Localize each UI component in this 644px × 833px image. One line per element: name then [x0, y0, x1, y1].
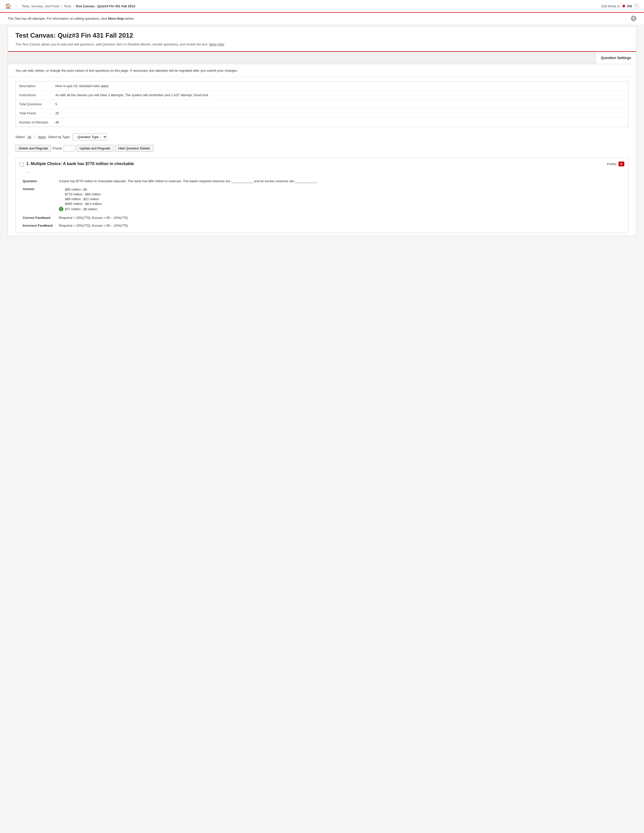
- breadcrumb-item-current: Test Canvas : Quiz#3 Fin 431 Fall 2012: [76, 4, 135, 8]
- breadcrumb: Tests, Surveys, and Pools › Tests › Test…: [22, 4, 135, 8]
- info-bar-close-button[interactable]: ✕: [631, 16, 636, 21]
- list-item: $685 million ; $8.5 million: [59, 201, 621, 206]
- info-bar-text: This Test has 46 attempts. For informati…: [8, 17, 134, 21]
- question-row: Question A bank has $770 million in chec…: [20, 177, 624, 185]
- table-value: 46: [52, 118, 629, 127]
- question-field-value: A bank has $770 million in checkable dep…: [56, 177, 624, 185]
- header-divider: [16, 3, 17, 10]
- breadcrumb-item-tests-surveys[interactable]: Tests, Surveys, and Pools: [22, 4, 60, 8]
- table-label: Number of Attempts: [16, 118, 52, 127]
- table-value: Here is quiz #3; standard rules apply: [52, 82, 629, 91]
- select-separator: |: [34, 135, 35, 139]
- question-field-label: Question: [20, 177, 56, 185]
- incorrect-feedback-value: Required = 10%(770); Excess = 85 – 10%(7…: [56, 222, 624, 230]
- header: 🏠 Tests, Surveys, and Pools › Tests › Te…: [0, 0, 644, 13]
- table-label: Instructions: [16, 91, 52, 100]
- select-none-link[interactable]: None: [38, 135, 46, 139]
- table-row: Total Points 25: [16, 109, 629, 118]
- question-block: 1. Multiple Choice: A bank has $770 mill…: [15, 158, 629, 233]
- points-badge-label: Points:: [607, 162, 617, 166]
- answer-list: $85 million ; $0 $770 million ; $85 mill…: [59, 187, 621, 212]
- main-container: Test Canvas: Quiz#3 Fin 431 Fall 2012 Th…: [8, 26, 636, 236]
- incorrect-feedback-label: Incorrect Feedback: [20, 222, 56, 230]
- points-badge: Points: 5: [607, 162, 624, 166]
- points-input[interactable]: [64, 145, 75, 151]
- correct-feedback-value: Required = 10%(770); Excess = 85 – 10%(7…: [56, 214, 624, 222]
- hide-question-details-button[interactable]: Hide Question Details: [115, 145, 153, 152]
- table-row: Instructions As with all the classes you…: [16, 91, 629, 100]
- canvas-header: Test Canvas: Quiz#3 Fin 431 Fall 2012 Th…: [8, 26, 636, 51]
- question-ellipsis: ...: [26, 169, 624, 174]
- question-header: 1. Multiple Choice: A bank has $770 mill…: [20, 162, 624, 167]
- select-label: Select:: [15, 135, 26, 139]
- more-help-link[interactable]: More Help: [209, 42, 224, 46]
- edit-mode-dot: [623, 5, 625, 7]
- points-label: Points: [53, 146, 62, 150]
- question-settings-bar: Question Settings: [8, 51, 636, 64]
- correct-feedback-label: Correct Feedback: [20, 214, 56, 222]
- list-item: ✓ $77 million ; $8 million: [59, 206, 621, 212]
- list-item: $89 million ; $21 million: [59, 197, 621, 201]
- table-value: 5: [52, 100, 629, 109]
- update-regrade-button[interactable]: Update and Regrade: [77, 145, 114, 152]
- breadcrumb-separator: ›: [61, 4, 62, 8]
- list-item: $770 million ; $85 million: [59, 192, 621, 197]
- notice-text: You can edit, delete, or change the poin…: [8, 64, 636, 77]
- question-title: 1. Multiple Choice: A bank has $770 mill…: [26, 162, 134, 166]
- breadcrumb-item-tests[interactable]: Tests: [64, 4, 71, 8]
- list-item: $85 million ; $0: [59, 187, 621, 192]
- info-table: Description Here is quiz #3; standard ru…: [15, 81, 629, 127]
- table-row: Description Here is quiz #3; standard ru…: [16, 82, 629, 91]
- question-left: 1. Multiple Choice: A bank has $770 mill…: [20, 162, 134, 167]
- qs-bar-left: [8, 52, 596, 64]
- breadcrumb-separator: ›: [73, 4, 74, 8]
- controls-row: Select: All | None Select by Type: - Que…: [8, 131, 636, 143]
- canvas-description: The Test Canvas allows you to add and ed…: [15, 42, 629, 47]
- select-type-label: Select by Type:: [48, 135, 71, 139]
- delete-regrade-button[interactable]: Delete and Regrade: [15, 145, 51, 152]
- question-settings-button[interactable]: Question Settings: [596, 52, 636, 64]
- answer-field-value: $85 million ; $0 $770 million ; $85 mill…: [56, 185, 624, 214]
- question-type-select[interactable]: - Question Type -: [72, 133, 107, 140]
- question-detail-table: Question A bank has $770 million in chec…: [20, 177, 624, 230]
- action-row: Delete and Regrade Points Update and Reg…: [8, 143, 636, 155]
- table-label: Total Points: [16, 109, 52, 118]
- table-label: Total Questions: [16, 100, 52, 109]
- help-icon-button[interactable]: ?: [634, 3, 639, 9]
- table-row: Number of Attempts 46: [16, 118, 629, 127]
- table-label: Description: [16, 82, 52, 91]
- edit-mode-state: ON: [627, 4, 632, 8]
- table-value: As with all the classes you will have 3 …: [52, 91, 629, 100]
- table-value: 25: [52, 109, 629, 118]
- edit-mode-indicator: Edit Mode is: ON ?: [601, 3, 639, 9]
- info-bar: This Test has 46 attempts. For informati…: [0, 13, 644, 24]
- correct-feedback-row: Correct Feedback Required = 10%(770); Ex…: [20, 214, 624, 222]
- select-all-link[interactable]: All: [27, 135, 31, 139]
- incorrect-feedback-row: Incorrect Feedback Required = 10%(770); …: [20, 222, 624, 230]
- table-row: Total Questions 5: [16, 100, 629, 109]
- canvas-title: Test Canvas: Quiz#3 Fin 431 Fall 2012: [15, 32, 629, 39]
- points-badge-value: 5: [618, 162, 624, 166]
- question-checkbox[interactable]: [20, 162, 24, 167]
- correct-answer-icon: ✓: [59, 207, 63, 211]
- edit-mode-label: Edit Mode is:: [601, 4, 620, 8]
- answer-row: Answer $85 million ; $0 $770 million ; $…: [20, 185, 624, 214]
- answer-field-label: Answer: [20, 185, 56, 214]
- home-icon[interactable]: 🏠: [5, 3, 11, 9]
